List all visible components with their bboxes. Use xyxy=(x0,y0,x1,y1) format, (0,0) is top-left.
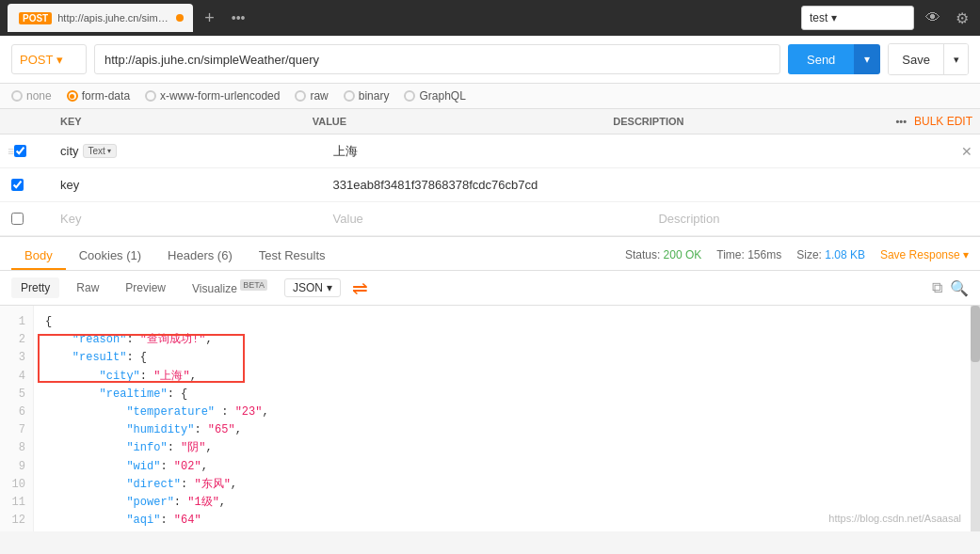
body-type-binary[interactable]: binary xyxy=(344,89,390,103)
copy-icon[interactable]: ⧉ xyxy=(932,279,942,297)
view-pretty[interactable]: Pretty xyxy=(11,277,59,298)
row3-key-cell: Key xyxy=(53,212,326,226)
size-value: 1.08 KB xyxy=(825,248,865,261)
json-line-3: "result": { xyxy=(45,349,959,367)
params-header: KEY VALUE DESCRIPTION ••• Bulk Edit xyxy=(0,109,980,135)
method-label: POST xyxy=(20,53,53,67)
row2-key: key xyxy=(60,178,79,192)
row1-drag-icon: ≡ xyxy=(8,145,14,158)
body-type-raw[interactable]: raw xyxy=(295,89,328,103)
save-response-button[interactable]: Save Response ▾ xyxy=(880,248,969,261)
save-dropdown-button[interactable]: ▾ xyxy=(943,44,968,74)
env-chevron-icon: ▾ xyxy=(831,11,837,24)
scrollbar-thumb[interactable] xyxy=(971,306,980,362)
tab-test-results[interactable]: Test Results xyxy=(246,243,339,270)
method-select[interactable]: POST ▾ xyxy=(11,44,87,74)
wrap-icon[interactable]: ⇌ xyxy=(352,277,368,299)
active-tab[interactable]: POST http://apis.juhe.cn/simpleWea... xyxy=(8,4,193,32)
body-type-graphql-label: GraphQL xyxy=(419,89,465,103)
tab-cookies[interactable]: Cookies (1) xyxy=(66,243,154,270)
tab-body[interactable]: Body xyxy=(11,243,66,270)
radio-graphql xyxy=(404,90,415,102)
environment-dropdown[interactable]: test ▾ xyxy=(801,6,914,30)
row1-text-badge-label: Text xyxy=(88,146,105,156)
header-actions-dots: ••• xyxy=(858,116,914,127)
response-tab-bar: Body Cookies (1) Headers (6) Test Result… xyxy=(0,237,980,271)
json-line-7: "humidity": "65", xyxy=(45,421,959,439)
row1-check-cell: ≡ xyxy=(0,145,34,158)
view-raw[interactable]: Raw xyxy=(67,277,108,298)
status-label: Status: 200 OK xyxy=(625,248,701,261)
json-toolbar: Pretty Raw Preview Visualize BETA JSON ▾… xyxy=(0,271,980,306)
row3-checkbox[interactable] xyxy=(11,213,24,225)
body-type-form-data[interactable]: form-data xyxy=(67,89,130,103)
radio-form-data xyxy=(67,90,78,102)
row3-desc-placeholder[interactable]: Description xyxy=(651,212,924,226)
row1-text-badge[interactable]: Text ▾ xyxy=(83,144,117,158)
save-button[interactable]: Save xyxy=(889,44,943,74)
request-bar: POST ▾ Send ▾ Save ▾ xyxy=(0,36,980,84)
json-line-6: "temperature" : "23", xyxy=(45,404,959,421)
send-dropdown-button[interactable]: ▾ xyxy=(854,44,880,74)
row1-delete-button[interactable]: ✕ xyxy=(961,144,972,159)
json-line-10: "direct": "东风", xyxy=(45,476,959,494)
tab-bar: POST http://apis.juhe.cn/simpleWea... + … xyxy=(0,0,980,36)
env-value: test xyxy=(810,11,827,24)
beta-badge: BETA xyxy=(240,279,267,291)
json-line-12: "aqi": "64" xyxy=(45,512,959,530)
radio-urlencoded xyxy=(145,90,156,102)
table-row-placeholder: Key Value Description xyxy=(0,202,980,236)
search-icon[interactable]: 🔍 xyxy=(950,279,969,297)
radio-binary xyxy=(344,90,355,102)
row1-key-cell: city Text ▾ xyxy=(53,144,326,158)
method-chevron-icon: ▾ xyxy=(56,53,63,67)
body-type-bar: none form-data x-www-form-urlencoded raw… xyxy=(0,84,980,109)
row1-text-badge-chevron: ▾ xyxy=(107,147,111,155)
row1-value[interactable]: 上海 xyxy=(326,143,651,160)
view-preview[interactable]: Preview xyxy=(116,277,175,298)
json-format-chevron-icon: ▾ xyxy=(327,281,332,294)
json-format-select[interactable]: JSON ▾ xyxy=(284,278,341,297)
body-type-graphql[interactable]: GraphQL xyxy=(404,89,465,103)
json-toolbar-right: ⧉ 🔍 xyxy=(932,279,969,297)
row2-key-cell: key xyxy=(53,178,326,192)
url-input[interactable] xyxy=(94,44,780,74)
body-type-urlencoded-label: x-www-form-urlencoded xyxy=(160,89,280,103)
more-tabs-button[interactable]: ••• xyxy=(226,10,251,25)
scrollbar[interactable] xyxy=(971,306,980,531)
row1-checkbox[interactable] xyxy=(14,145,26,157)
row2-checkbox[interactable] xyxy=(11,179,24,191)
save-button-group: Save ▾ xyxy=(888,43,969,75)
json-line-5: "realtime": { xyxy=(45,386,959,404)
add-tab-button[interactable]: + xyxy=(197,8,222,28)
send-button-group: Send ▾ xyxy=(788,44,880,74)
json-line-13: }, xyxy=(45,530,959,531)
bulk-edit-link[interactable]: Bulk Edit xyxy=(914,115,980,128)
json-line-2: "reason": "查询成功!", xyxy=(45,331,959,349)
json-line-4: "city": "上海", xyxy=(45,368,959,386)
tab-url: http://apis.juhe.cn/simpleWea... xyxy=(57,12,170,24)
body-type-none[interactable]: none xyxy=(11,89,52,103)
tab-headers[interactable]: Headers (6) xyxy=(154,243,246,270)
response-status-bar: Status: 200 OK Time: 156ms Size: 1.08 KB… xyxy=(625,248,969,265)
status-value: 200 OK xyxy=(664,248,702,261)
row1-key: city xyxy=(60,144,79,158)
gear-icon[interactable]: ⚙ xyxy=(952,6,972,31)
body-type-urlencoded[interactable]: x-www-form-urlencoded xyxy=(145,89,280,103)
json-line-8: "info": "阴", xyxy=(45,439,959,457)
row3-key-placeholder: Key xyxy=(60,212,81,226)
tab-method-badge: POST xyxy=(19,12,52,24)
tab-unsaved-dot xyxy=(176,14,184,22)
tab-bar-right: test ▾ 👁 ⚙ xyxy=(801,6,972,31)
eye-icon[interactable]: 👁 xyxy=(922,6,944,30)
bulk-edit-label[interactable]: Bulk Edit xyxy=(914,115,972,128)
send-button[interactable]: Send xyxy=(788,44,854,74)
row2-value[interactable]: 331eab8f3481f37868378fcdc76cb7cd xyxy=(326,178,651,192)
row3-value-placeholder[interactable]: Value xyxy=(326,212,651,226)
json-line-9: "wid": "02", xyxy=(45,458,959,476)
radio-none xyxy=(11,90,23,102)
radio-raw xyxy=(295,90,306,102)
header-key: KEY xyxy=(53,116,305,127)
view-visualize[interactable]: Visualize BETA xyxy=(183,277,277,299)
time-label: Time: 156ms xyxy=(716,248,781,261)
